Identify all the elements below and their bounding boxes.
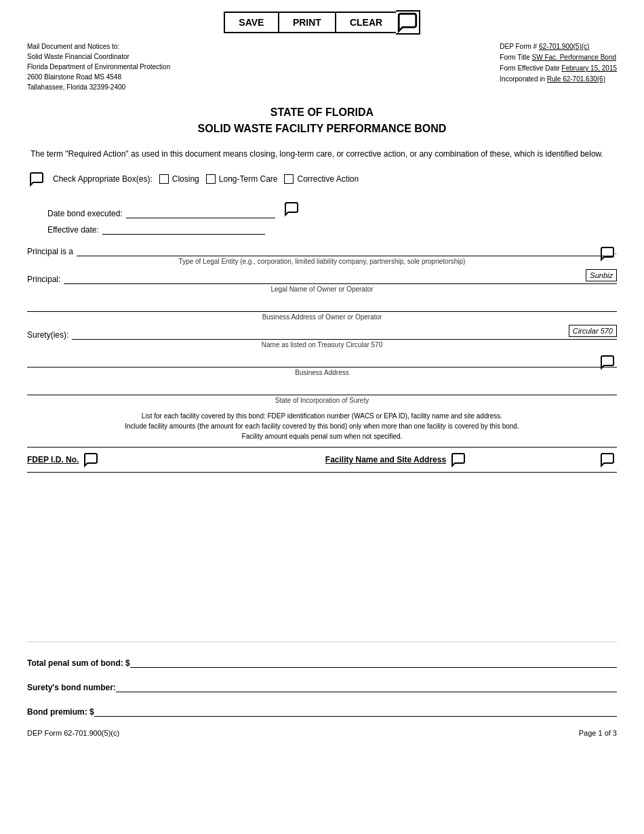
closing-checkbox[interactable] [159,174,169,184]
principal-is-a-input[interactable] [77,244,613,256]
effective-date-field-label: Effective date: [47,225,99,235]
state-incorporation-sublabel: State of Incorporation of Surety [27,397,617,404]
facility-intro-line1: List for each facility covered by this b… [27,411,617,421]
circular570-link[interactable]: Circular 570 [569,325,617,337]
facility-name-label: Facility Name and Site Address [325,455,446,464]
sureties-label: Surety(ies): [27,330,68,340]
surety-comment-icon[interactable] [598,353,617,372]
effective-date-line: Form Effective Date February 15, 2015 [500,63,617,74]
total-penal-sum-input[interactable] [130,656,617,668]
closing-checkbox-item[interactable]: Closing [159,174,199,184]
facility-intro: List for each facility covered by this b… [27,411,617,441]
title-line2: SOLID WASTE FACILITY PERFORMANCE BOND [198,123,447,134]
save-button[interactable]: SAVE [224,12,278,33]
facility-name-comment-icon[interactable] [449,450,468,469]
bottom-fields: Total penal sum of bond: $ Surety's bond… [27,656,617,717]
intro-text: The term "Required Action" as used in th… [31,148,617,160]
corrective-action-label: Corrective Action [297,174,359,184]
form-number-line: DEP Form # 62-701.900(5)(c) [500,41,617,52]
principal-is-a-sublabel: Type of Legal Entity (e.g., corporation,… [27,258,617,265]
header-right: DEP Form # 62-701.900(5)(c) Form Title S… [500,41,617,92]
long-term-care-label: Long-Term Care [219,174,278,184]
toolbar-comment-icon[interactable] [396,10,420,35]
surety-section: Surety(ies): Circular 570 Name as listed… [27,327,617,404]
total-penal-sum-line: Total penal sum of bond: $ [27,656,617,668]
business-address-surety-sublabel: Business Address [27,369,617,376]
bond-premium-line: Bond premium: $ [27,704,617,717]
toolbar: SAVE PRINT CLEAR [27,10,617,35]
bond-premium-label: Bond premium: $ [27,707,94,717]
clear-button[interactable]: CLEAR [335,12,396,33]
fdep-id-header: FDEP I.D. No. [27,450,176,469]
footer-page-info: Page 1 of 3 [579,729,617,737]
surety-state-input[interactable] [27,383,617,395]
page-container: SAVE PRINT CLEAR Mail Document and Notic… [0,0,644,834]
principal-name-input[interactable] [64,272,617,284]
business-address-sublabel: Business Address of Owner or Operator [27,313,617,321]
incorporated-value: Rule 62-701.630(6) [547,75,605,83]
sureties-bond-number-line: Surety's bond number: [27,680,617,692]
facility-intro-line2: Include facility amounts (the amount for… [27,421,617,431]
incorporated-line: Incorporated in Rule 62-701.630(6) [500,74,617,85]
sureties-bond-number-label: Surety's bond number: [27,683,116,692]
title-section: STATE OF FLORIDA SOLID WASTE FACILITY PE… [27,104,617,137]
sureties-name-input[interactable] [72,327,617,340]
form-title-line: Form Title SW Fac. Performance Bond [500,52,617,63]
facility-name-header: Facility Name and Site Address [176,450,617,469]
surety-business-address-input[interactable] [27,355,617,368]
effective-date-value: February 15, 2015 [561,64,617,72]
principal-sublabel: Legal Name of Owner or Operator [27,285,617,293]
bond-premium-input[interactable] [94,704,617,717]
effective-date-input[interactable] [102,222,265,235]
principal-is-a-section: Principal is a . Type of Legal Entity (e… [27,244,617,265]
form-number-value: 62-701.900(5)(c) [539,43,589,50]
total-penal-sum-label: Total penal sum of bond: $ [27,658,130,668]
long-term-care-checkbox-item[interactable]: Long-Term Care [206,174,278,184]
sunbiz-link[interactable]: Sunbiz [586,269,617,281]
corrective-action-checkbox[interactable] [284,174,294,184]
header-left: Mail Document and Notices to: Solid Wast… [27,41,170,92]
facility-section: List for each facility covered by this b… [27,411,617,642]
checkboxes-comment-icon[interactable] [27,170,46,188]
form-title-value: SW Fac. Performance Bond [532,54,617,61]
principal-business-address-input[interactable] [27,300,617,312]
facility-amount-icon[interactable] [598,450,617,470]
mail-line-2: Solid Waste Financial Coordinator [27,52,170,62]
mail-line-5: Tallahassee, Florida 32399-2400 [27,82,170,92]
principal-is-a-comment-icon[interactable] [598,244,617,263]
mail-line-3: Florida Department of Environmental Prot… [27,62,170,72]
title-line1: STATE OF FLORIDA [270,106,374,118]
facility-header: FDEP I.D. No. Facility Name and Site Add… [27,447,617,473]
footer-form-number: DEP Form 62-701.900(5)(c) [27,729,119,737]
principal-is-a-label: Principal is a [27,247,73,256]
facility-data-area [27,473,617,642]
header-area: Mail Document and Notices to: Solid Wast… [27,41,617,92]
date-bond-input[interactable] [126,206,275,218]
sureties-sublabel: Name as listed on Treasury Circular 570 [27,341,617,349]
sureties-bond-number-input[interactable] [116,680,617,692]
facility-intro-line3: Facility amount equals penal sum when no… [27,431,617,441]
closing-label: Closing [172,174,199,184]
fdep-id-label: FDEP I.D. No. [27,455,79,464]
principal-label: Principal: [27,275,60,284]
print-button[interactable]: PRINT [278,12,335,33]
long-term-care-checkbox[interactable] [206,174,216,184]
principal-section: Principal: Sunbiz Legal Name of Owner or… [27,272,617,321]
date-bond-label: Date bond executed: [47,209,123,218]
fdep-id-comment-icon[interactable] [81,450,100,469]
date-bond-comment-icon[interactable] [282,199,301,218]
mail-line-1: Mail Document and Notices to: [27,41,170,52]
checkboxes-label: Check Appropriate Box(es): [53,174,153,184]
page-footer: DEP Form 62-701.900(5)(c) Page 1 of 3 [27,729,617,737]
corrective-action-checkbox-item[interactable]: Corrective Action [284,174,359,184]
mail-line-4: 2600 Blairstone Road MS 4548 [27,72,170,82]
